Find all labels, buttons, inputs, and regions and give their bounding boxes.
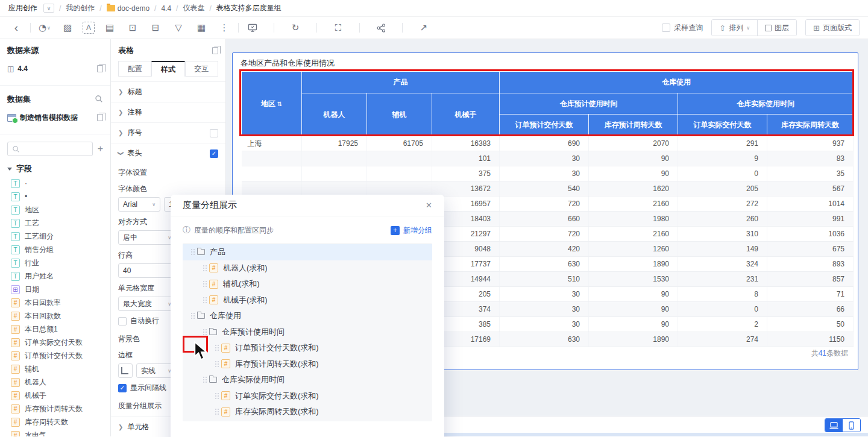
drag-handle-icon[interactable] [215,409,216,410]
col-group-product[interactable]: 产品 [302,72,500,93]
cell-width-select[interactable]: 最大宽度∨ [118,297,176,311]
field-item[interactable]: 地区 [0,203,110,216]
tab-style[interactable]: 样式 [151,61,184,77]
divider-checkbox[interactable]: ✓ [118,384,127,392]
measure-tree-item[interactable]: 仓库预计使用时间 [183,324,432,341]
col-header-order-act[interactable]: 订单实际交付天数 [678,115,767,136]
measure-tree-item[interactable]: 仓库实际使用时间 [183,372,432,388]
preview-icon[interactable] [245,20,260,36]
field-item[interactable]: • [0,190,110,203]
layers-button[interactable]: 图层 [757,20,796,36]
measure-tree-item[interactable]: 订单预计交付天数(求和) [183,340,432,356]
more-icon[interactable]: ⋮ [216,20,232,36]
drag-handle-icon[interactable] [203,281,204,282]
measure-tree-item[interactable]: 仓库使用 [183,308,432,324]
field-item[interactable]: 库存周转天数 [0,415,110,429]
measure-tree-item[interactable]: 库存预计周转天数(求和) [183,356,432,373]
field-item[interactable]: · [0,177,110,190]
breadcrumb-4-4[interactable]: 4.4 [161,4,171,13]
copy-icon[interactable] [97,114,103,121]
col-group-wh-estimated[interactable]: 仓库预计使用时间 [500,93,678,115]
field-item[interactable]: 行业 [0,256,110,269]
share-icon[interactable] [373,20,389,36]
section-title[interactable]: ❯标题 [111,81,225,102]
close-icon[interactable]: ✕ [426,201,432,210]
measure-tree-item[interactable]: 辅机(求和) [183,276,432,292]
table-widget-icon[interactable]: ▦ [193,20,209,36]
measure-tree-item[interactable]: 订单实际交付天数(求和) [183,388,432,404]
sampling-query-checkbox[interactable]: 采样查询 [662,23,703,33]
drag-handle-icon[interactable] [203,329,204,330]
back-icon[interactable]: ‹ [8,20,24,36]
drag-handle-icon[interactable] [215,345,216,346]
table-header-checkbox[interactable]: ✓ [210,149,218,158]
field-item[interactable]: 本日总额1 [0,322,110,336]
tab-config[interactable]: 配置 [118,61,151,77]
breadcrumb-app-create[interactable]: 应用创作 [8,3,37,13]
field-item[interactable]: 日期 [0,283,110,296]
search-icon[interactable] [95,95,103,105]
measure-tree-item[interactable]: 库存实际周转天数(求和) [183,404,432,420]
drag-handle-icon[interactable] [203,297,204,298]
field-item[interactable]: 销售分组 [0,243,110,256]
control-icon[interactable]: ⊟ [148,20,163,36]
export-icon[interactable]: ↗ [416,20,432,36]
note-icon[interactable]: ▤ [102,20,118,36]
field-item[interactable]: 订单实际交付天数 [0,336,110,349]
field-item[interactable]: 本日回款率 [0,296,110,309]
chevron-down-icon[interactable]: ∨ [43,4,54,13]
breadcrumb-doc-demo[interactable]: doc-demo [107,4,149,13]
add-chart-icon[interactable]: ◔∨ [37,20,52,36]
field-item[interactable]: 用户姓名 [0,269,110,283]
dataset-item[interactable]: 制造销售模拟数据 [7,108,103,127]
field-item[interactable]: 本日回款数 [0,309,110,322]
col-group-wh-actual[interactable]: 仓库实际使用时间 [678,93,854,115]
desktop-view-button[interactable] [825,419,843,432]
mobile-view-button[interactable] [843,419,860,432]
border-style-icon[interactable] [118,363,133,378]
fields-section-header[interactable]: 字段 [0,159,110,177]
field-item[interactable]: 订单预计交付天数 [0,349,110,362]
drag-handle-icon[interactable] [191,313,192,314]
col-header-stock-est[interactable]: 库存预计周转天数 [589,115,678,136]
image-icon[interactable]: ▨ [60,20,75,36]
section-table-header[interactable]: ❯表头✓ [111,143,225,163]
sort-icon[interactable]: ⇅ [277,101,282,107]
section-note[interactable]: ❯注释 [111,102,225,122]
field-item[interactable]: 辅机 [0,362,110,376]
col-header-manipulator[interactable]: 机械手 [432,93,500,136]
index-checkbox[interactable] [210,129,218,137]
text-icon[interactable]: A [83,22,95,34]
copy-config-icon[interactable] [212,47,218,54]
breadcrumb-dashboard[interactable]: 仪表盘 [183,3,204,13]
col-header-robot[interactable]: 机器人 [302,93,367,136]
drag-handle-icon[interactable] [215,393,216,394]
drag-handle-icon[interactable] [191,249,192,250]
field-search-input[interactable] [7,142,93,156]
section-index[interactable]: ❯序号 [111,122,225,143]
layout-icon[interactable]: ⊡ [125,20,140,36]
col-header-order-est[interactable]: 订单预计交付天数 [500,115,589,136]
breadcrumb-my-creations[interactable]: 我的创作 [66,3,95,13]
tab-interaction[interactable]: 交互 [185,61,218,77]
wrap-checkbox[interactable] [118,317,127,325]
add-group-button[interactable]: + 新增分组 [391,225,432,236]
refresh-icon[interactable]: ↻ [288,20,303,36]
filter-icon[interactable]: ▽ [171,20,186,36]
field-item[interactable]: 库存预计周转天数 [0,402,110,415]
field-item[interactable]: 机器人 [0,376,110,389]
field-item[interactable]: 水电气 [0,429,110,436]
drag-handle-icon[interactable] [203,377,204,378]
add-field-button[interactable]: + [98,143,103,154]
arrange-button[interactable]: ⇧排列∨ [712,20,757,36]
drag-handle-icon[interactable] [203,265,204,266]
measure-tree-item[interactable]: 机器人(求和) [183,260,432,277]
datasource-item[interactable]: ◫ 4.4 [7,60,103,78]
page-layout-button[interactable]: ⊞页面版式 [806,20,859,36]
field-item[interactable]: 工艺 [0,216,110,230]
drag-handle-icon[interactable] [215,361,216,362]
measure-tree-item[interactable]: 产品 [183,244,432,260]
row-height-input[interactable]: 40 [118,263,176,278]
col-header-stock-act[interactable]: 库存实际周转天数 [767,115,854,136]
col-header-aux[interactable]: 辅机 [367,93,432,136]
